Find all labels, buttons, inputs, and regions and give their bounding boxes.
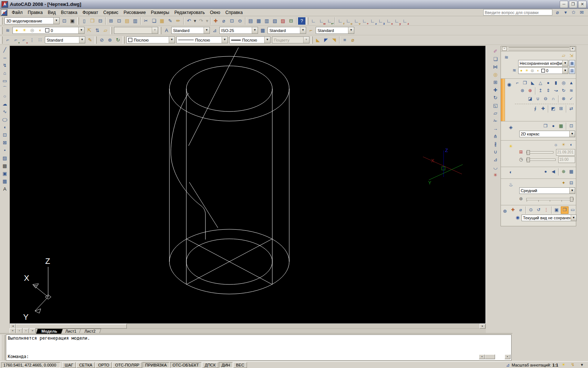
tool-palettes-icon[interactable]: ▥ (263, 17, 270, 25)
menu-справка[interactable]: Справка (223, 9, 245, 16)
ucs-world-icon[interactable]: ∟w (318, 17, 325, 25)
ucs-z-rotate-icon[interactable]: ∟z (401, 17, 409, 25)
erase-icon[interactable]: ✐ (492, 48, 499, 55)
quick-select-icon[interactable]: ⌀ (349, 36, 356, 44)
sweep-icon[interactable]: ↝ (552, 88, 559, 94)
ucs-x-rotate-icon[interactable]: ∟x (385, 17, 392, 25)
properties-icon[interactable]: ▤ (247, 17, 254, 25)
render-output-slider[interactable] (526, 198, 574, 200)
clock-icon[interactable]: ◷ (517, 156, 524, 163)
dash-layer-freeze-icon[interactable]: ☀ (524, 67, 529, 74)
layer-properties-manager-icon[interactable]: ≋ (4, 27, 11, 34)
annotation-scale-icon[interactable]: ⊿ (506, 362, 510, 368)
mirror-icon[interactable]: ⋈ (492, 63, 499, 71)
polygon-icon[interactable]: ⌂ (1, 70, 8, 77)
material-editor-icon[interactable]: ▦ (568, 169, 575, 175)
communication-center-icon[interactable]: ✉ (578, 9, 585, 16)
text-window-icon[interactable]: ≡ (341, 36, 348, 44)
command-text-area[interactable]: Выполняется регенерация модели. Команда:… (6, 335, 512, 361)
toolbar-grip[interactable] (123, 36, 125, 44)
layer-isolate-mini-icon[interactable]: ▥ (569, 67, 575, 74)
materials-browser-icon[interactable]: ● (542, 169, 549, 175)
apply-materials-icon[interactable]: ◀ (550, 169, 557, 175)
polysolid-icon[interactable]: ⌐ (514, 80, 521, 86)
toggle-дин[interactable]: ДИН (219, 362, 233, 368)
toggle-вес[interactable]: ВЕС (233, 362, 247, 368)
close-button[interactable]: ✕ (578, 1, 587, 8)
array-icon[interactable]: ⊞ (492, 79, 499, 86)
union-icon[interactable]: ∪ (534, 96, 541, 102)
helix-icon[interactable]: ∮ (532, 106, 539, 112)
rectangle-icon[interactable]: ▭ (1, 77, 8, 85)
add-leader-icon[interactable]: ⌐+ (12, 36, 19, 44)
dash-orbit-icon[interactable]: ⊙ (527, 207, 534, 213)
toggle-дпск[interactable]: ДПСК (202, 362, 218, 368)
ucs-icon[interactable]: ∟ (310, 17, 317, 25)
open-icon[interactable]: ❒ (89, 17, 96, 25)
text-style-icon[interactable]: A (163, 27, 170, 34)
match-properties-icon[interactable]: ✎ (166, 17, 174, 25)
render-quality-combo[interactable]: Средний▼ (519, 187, 575, 194)
block-editor-icon[interactable]: ✏ (175, 17, 182, 25)
search-dropdown-arrow[interactable]: ▾ (562, 9, 569, 16)
render-settings-icon[interactable]: ⊟ (568, 180, 575, 187)
menu-окно[interactable]: Окно (207, 9, 223, 16)
dash-layer-on-icon[interactable]: ● (519, 67, 524, 74)
ucs-z-axis-icon[interactable]: ∟z (369, 17, 376, 25)
menu-вставка[interactable]: Вставка (58, 9, 80, 16)
subtract-icon[interactable]: ⊖ (542, 96, 549, 102)
undo-icon[interactable]: ↶ (185, 17, 193, 25)
tab-модель[interactable]: Модель (36, 329, 63, 334)
ucs-3d-icon[interactable]: ⊕ (527, 88, 534, 94)
layer-config-combo[interactable]: Несохраненная конфиг▼ (518, 60, 568, 67)
my-workspace-icon[interactable]: ▣ (69, 17, 76, 25)
layer-isolate-icon[interactable]: ⇲ (568, 53, 575, 59)
annotation-autoscale-icon[interactable]: ↯ (569, 362, 576, 368)
insert-block-icon[interactable]: ⊡ (1, 131, 8, 139)
new-icon[interactable]: ▯ (80, 17, 88, 25)
continuous-orbit-icon[interactable]: ↻ (114, 36, 122, 44)
dimension-style-icon[interactable]: ⊿ (211, 27, 218, 34)
layer-freeze-other-icon[interactable]: ≋ (511, 67, 518, 74)
extend-icon[interactable]: → (492, 125, 499, 132)
chevron-down-icon[interactable]: ▼ (204, 27, 209, 33)
chevron-down-icon[interactable]: ▼ (53, 18, 59, 24)
lineweight-combo[interactable]: Послою▼ (229, 36, 270, 43)
region-icon[interactable]: ▣ (1, 170, 8, 177)
layer-previous-icon[interactable]: ▱ (102, 27, 109, 34)
menu-правка[interactable]: Правка (25, 9, 46, 16)
trim-icon[interactable]: ✁ (492, 117, 499, 125)
markup-set-manager-icon[interactable]: ▨ (279, 17, 287, 25)
toolbar-grip[interactable] (1, 36, 3, 44)
menu-вид[interactable]: Вид (45, 9, 58, 16)
menu-редактировать[interactable]: Редактировать (172, 9, 207, 16)
materials-panel-icon[interactable]: ◐ (507, 169, 514, 176)
menu-формат[interactable]: Формат (80, 9, 101, 16)
fillet-icon[interactable]: ◡ (492, 164, 499, 171)
ucs-face-icon[interactable]: ∟f (337, 17, 344, 25)
chevron-down-icon[interactable]: ▼ (348, 27, 354, 33)
layer-lock-icon[interactable]: ◖ (36, 27, 43, 34)
spline-icon[interactable]: ∿ (1, 108, 8, 116)
zoom-window-icon[interactable]: ⊡ (228, 17, 236, 25)
copy-object-icon[interactable]: ❏ (492, 56, 499, 63)
layer-states-icon[interactable]: ▱ (560, 53, 567, 59)
toolbar-grip[interactable] (110, 27, 112, 34)
menu-размеры[interactable]: Размеры (148, 9, 172, 16)
chevron-down-icon[interactable]: ▼ (571, 215, 576, 221)
zoom-previous-icon[interactable]: ⊖ (236, 17, 244, 25)
designcenter-icon[interactable]: ▦ (255, 17, 262, 25)
layer-on-icon[interactable]: ● (13, 27, 20, 34)
date-slider[interactable] (526, 151, 553, 153)
join-icon[interactable]: ∪ (492, 148, 499, 156)
chamfer-icon[interactable]: ⊿ (492, 156, 499, 163)
dashboard-grip[interactable] (509, 47, 569, 50)
constrained-orbit-icon[interactable]: ⊘ (98, 36, 105, 44)
chevron-down-icon[interactable]: ▼ (222, 37, 227, 43)
coordinates-display[interactable]: 1760.5401, 472.4665, 0.0000 (1, 362, 60, 368)
layer-update-icon[interactable]: ⇅ (94, 27, 101, 34)
chevron-down-icon[interactable]: ▼ (252, 27, 258, 33)
status-menu-arrow[interactable]: ▾ (578, 362, 585, 368)
line-icon[interactable]: ╱ (1, 46, 8, 54)
toolbar-grip[interactable] (1, 17, 3, 25)
